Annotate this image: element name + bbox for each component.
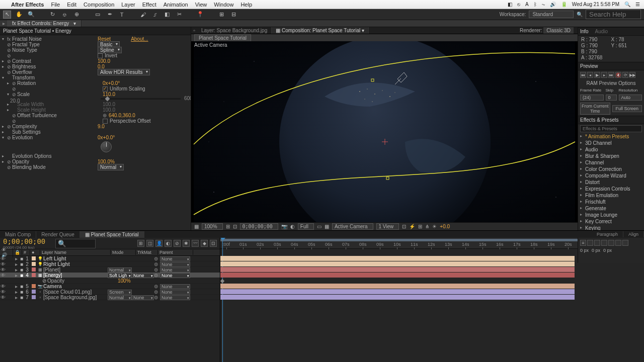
trkmat-dropdown[interactable]: None [132, 295, 154, 300]
twirl-icon[interactable]: ▾ [2, 135, 7, 140]
solo-icon[interactable]: ■ [20, 289, 24, 295]
twirl-icon[interactable]: ▸ [2, 130, 7, 134]
preset-category[interactable]: Film Emulation [578, 192, 644, 199]
preset-category[interactable]: Image Lounge [578, 212, 644, 218]
full-screen-button[interactable]: Full Screen [612, 105, 642, 112]
mode-header[interactable]: Mode [111, 250, 136, 255]
twirl-icon[interactable]: ▾ [2, 37, 7, 41]
viewport[interactable]: Active Camera [191, 41, 578, 222]
frame-blend-icon[interactable]: ◐ [165, 240, 172, 247]
twirl-icon[interactable]: ▸ [15, 273, 20, 278]
clock[interactable]: Wed Aug 21 5:58 PM [572, 2, 619, 7]
layer-row[interactable]: 👁▸■3▦[Planet]Normal⊚None [0, 267, 220, 273]
pickwhip-icon[interactable]: ⊚ [154, 289, 160, 295]
evolution-dial[interactable] [101, 141, 112, 152]
comp-mini-flow-icon[interactable]: ⊞ [137, 240, 144, 247]
preset-category[interactable]: Frischluft [578, 199, 644, 205]
shy-icon[interactable]: 👤 [155, 240, 163, 247]
label-color[interactable] [32, 295, 36, 299]
twirl-icon[interactable]: ▸ [2, 59, 7, 63]
preset-category[interactable]: 3D Channel [578, 140, 644, 146]
twirl-icon[interactable]: ▾ [2, 75, 7, 80]
invert-checkbox[interactable] [98, 53, 103, 58]
preset-category[interactable]: Composite Wizard [578, 172, 644, 179]
resolution-dropdown[interactable]: Full [298, 223, 314, 230]
bluetooth-icon[interactable]: ᛒ [534, 2, 537, 7]
label-color[interactable] [32, 284, 36, 288]
layer-bar[interactable] [220, 284, 575, 289]
renderer-dropdown[interactable]: Classic 3D [543, 27, 574, 34]
evolution-value[interactable]: 0x+0.0° [98, 135, 115, 140]
justify-left-icon[interactable] [601, 240, 607, 246]
first-frame-icon[interactable]: ⏮ [580, 72, 586, 78]
comp-subtab[interactable]: Planet Space Tutorial [194, 34, 251, 42]
twirl-icon[interactable]: ▸ [15, 261, 20, 267]
preview-resolution-dropdown[interactable]: Auto [619, 95, 642, 101]
preview-panel-header[interactable]: Preview [578, 62, 644, 70]
visibility-icon[interactable]: 👁 [0, 256, 6, 261]
solo-icon[interactable]: ■ [20, 295, 24, 300]
current-timecode[interactable]: 0;00;00;00 [3, 237, 45, 245]
auto-keyframe-icon[interactable]: ◆ [201, 240, 208, 247]
stopwatch-icon[interactable]: ⊘ [7, 165, 12, 170]
layer-row[interactable]: 👁▸■7▫[Space Background.jpg]NormalNone⊚No… [0, 295, 220, 300]
layer-bar[interactable] [220, 295, 575, 300]
ram-preview-icon[interactable]: ▶▶ [629, 72, 635, 78]
preset-category[interactable]: * Animation Presets [578, 133, 644, 140]
parent-dropdown[interactable]: None [160, 256, 190, 261]
flowchart-icon[interactable]: ⋔ [425, 224, 429, 229]
stopwatch-icon[interactable]: ⊘ [7, 59, 12, 64]
layer-row[interactable]: 👁▸■5📷Camera⊚None [0, 284, 220, 289]
skip-dropdown[interactable]: 0 [606, 95, 617, 101]
parent-dropdown[interactable]: None [160, 290, 190, 295]
layer-bar[interactable] [220, 261, 575, 266]
layer-bar[interactable] [220, 256, 575, 261]
timeline-tracks[interactable]: :00f01s02s03s04s05s06s07s08s09s10s11s12s… [220, 238, 644, 362]
layer-name[interactable]: [Space Cloud 01.png] [43, 289, 108, 295]
layer-row[interactable]: 👁▸■6▫[Space Cloud 01.png]Screen⊚None [0, 289, 220, 295]
parent-header[interactable]: Parent [158, 250, 193, 255]
complexity-value[interactable]: 9.0 [98, 124, 105, 129]
preset-category[interactable]: Audio [578, 146, 644, 153]
menu-layer[interactable]: Layer [121, 2, 135, 8]
resolution-icon[interactable]: ⊞ [226, 224, 230, 229]
exposure-value[interactable]: +0.0 [440, 224, 450, 229]
effects-search-input[interactable] [580, 125, 642, 132]
pen-tool-icon[interactable]: ✒ [106, 11, 114, 19]
preset-category[interactable]: Generate [578, 205, 644, 212]
about-link[interactable]: About... [131, 36, 148, 42]
play-icon[interactable]: ▶ [594, 72, 600, 78]
prev-frame-icon[interactable]: ◂ [587, 72, 593, 78]
selection-tool-icon[interactable]: ↖ [3, 11, 11, 19]
layer-property-row[interactable]: ⊘Opacity100% [0, 278, 220, 284]
uniform-scaling-checkbox[interactable] [103, 86, 108, 92]
blend-mode-dropdown[interactable]: Soft Ligh [108, 273, 132, 278]
preset-category[interactable]: Key Correct [578, 218, 644, 225]
indent-right-value[interactable]: 0 px [592, 248, 600, 253]
layer-name[interactable]: Left Light [43, 256, 108, 261]
rotate-tool-icon[interactable]: ↻ [48, 11, 56, 19]
visibility-icon[interactable]: 👁 [0, 295, 6, 300]
twirl-icon[interactable]: ▸ [15, 256, 20, 261]
perspective-offset-checkbox[interactable] [103, 119, 108, 124]
viewer-tab-composition[interactable]: ▦ Composition: Planet Space Tutorial ▾ [272, 27, 369, 34]
snapshot-icon[interactable]: 📷 [281, 224, 287, 229]
type-tool-icon[interactable]: T [118, 11, 126, 19]
scale-value[interactable]: 110.0 [103, 92, 115, 97]
stopwatch-icon[interactable]: ⊘ [12, 119, 17, 124]
twirl-icon[interactable]: ▸ [7, 81, 12, 85]
adobe-icon[interactable]: A [525, 2, 529, 7]
layer-row[interactable]: 👁▸■2💡Right Light⊚None [0, 261, 220, 267]
visibility-icon[interactable]: 👁 [0, 261, 6, 267]
layer-name[interactable]: Right Light [43, 261, 108, 267]
roto-tool-icon[interactable]: ✂ [175, 11, 183, 19]
effect-controls-tab[interactable]: fx Effect Controls: Energy ▾ [7, 20, 82, 27]
keyframe-icon[interactable] [220, 279, 224, 283]
last-frame-icon[interactable]: ⏭ [608, 72, 614, 78]
preset-category[interactable]: Keying [578, 225, 644, 230]
layer-name[interactable]: [Energy] [43, 273, 108, 278]
battery-icon[interactable]: 🔋 [561, 2, 567, 7]
reset-exposure-icon[interactable]: ☀ [432, 224, 437, 229]
menu-file[interactable]: File [51, 2, 60, 8]
blend-mode-dropdown[interactable]: Normal [108, 267, 132, 273]
